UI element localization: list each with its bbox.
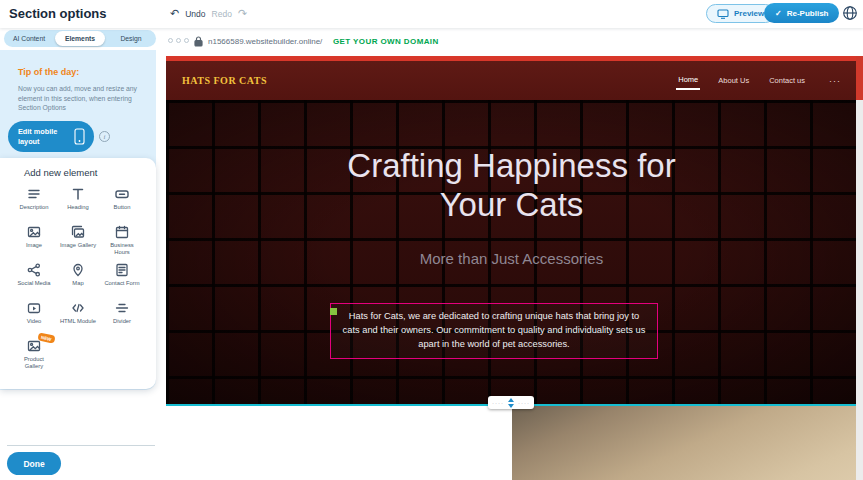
- nav-home[interactable]: Home: [676, 71, 700, 90]
- monitor-icon: [717, 9, 729, 19]
- heading-icon: [70, 186, 86, 202]
- element-product-gallery[interactable]: NEW Product Gallery: [12, 338, 56, 375]
- element-label: Business Hours: [103, 242, 141, 256]
- social-media-icon: [26, 262, 42, 278]
- element-label: Image: [26, 242, 42, 249]
- button-icon: [114, 186, 130, 202]
- window-dot: [168, 38, 173, 43]
- sidebar-divider: [7, 445, 155, 446]
- tip-title: Tip of the day:: [18, 67, 79, 77]
- redo-icon[interactable]: ↷: [238, 7, 247, 20]
- next-section-image: [512, 406, 863, 480]
- edit-mobile-layout-button[interactable]: Edit mobile layout: [8, 121, 94, 152]
- element-heading[interactable]: Heading: [56, 186, 100, 223]
- tab-elements[interactable]: Elements: [55, 31, 105, 46]
- element-social-media[interactable]: Social Media: [12, 262, 56, 299]
- element-label: Social Media: [17, 280, 50, 287]
- tip-body: Now you can add, move and resize any ele…: [18, 84, 146, 113]
- nav-contact-us[interactable]: Contact us: [767, 72, 807, 89]
- site-nav: Home About Us Contact us ···: [676, 71, 841, 90]
- grip-dots: ····: [518, 400, 530, 406]
- lock-icon: [194, 36, 203, 47]
- contact-form-icon: [114, 262, 130, 278]
- divider-icon: [114, 300, 130, 316]
- hero-section[interactable]: Crafting Happiness for Your Cats More th…: [166, 100, 857, 405]
- element-label: HTML Module: [60, 318, 96, 325]
- hero-heading-line2: Your Cats: [166, 185, 857, 224]
- republish-button[interactable]: ✓ Re-Publish: [764, 3, 839, 23]
- undo-button[interactable]: Undo: [185, 9, 205, 19]
- element-label: Contact Form: [104, 280, 139, 287]
- preview-scrollbar[interactable]: [856, 56, 863, 480]
- site-logo[interactable]: HATS FOR CATS: [182, 75, 267, 86]
- selected-text-element[interactable]: Hats for Cats, we are dedicated to craft…: [330, 303, 658, 359]
- scrollbar-thumb[interactable]: [856, 56, 863, 100]
- image-gallery-icon: [70, 224, 86, 240]
- hero-heading-line1: Crafting Happiness for: [166, 146, 857, 185]
- element-label: Video: [27, 318, 42, 325]
- redo-button[interactable]: Redo: [212, 9, 232, 19]
- edit-mobile-label: Edit mobile layout: [18, 127, 66, 145]
- image-icon: [26, 224, 42, 240]
- element-label: Product Gallery: [15, 356, 53, 370]
- element-image-gallery[interactable]: Image Gallery: [56, 224, 100, 261]
- business-hours-icon: [114, 224, 130, 240]
- nav-about-us[interactable]: About Us: [716, 72, 751, 89]
- sidebar-tabs: AI Content Elements Design: [4, 30, 156, 47]
- element-label: Description: [20, 204, 49, 211]
- topbar: Section options ↶ Undo Redo ↷ Preview ✓ …: [0, 0, 863, 28]
- url-text: n1566589.websitebuilder.online/: [208, 37, 322, 46]
- info-icon[interactable]: i: [99, 131, 110, 142]
- element-description[interactable]: Description: [12, 186, 56, 223]
- element-image[interactable]: Image: [12, 224, 56, 261]
- grip-dots: ····: [492, 400, 504, 406]
- hero-subtitle[interactable]: More than Just Accessories: [166, 250, 857, 267]
- undo-icon[interactable]: ↶: [170, 7, 179, 20]
- section-resize-handle[interactable]: ···· ····: [488, 396, 534, 409]
- element-video[interactable]: Video: [12, 300, 56, 337]
- element-button[interactable]: Button: [100, 186, 144, 223]
- description-icon: [26, 186, 42, 202]
- check-icon: ✓: [775, 9, 782, 18]
- window-dot: [176, 38, 181, 43]
- tab-ai-content[interactable]: AI Content: [4, 30, 54, 47]
- phone-icon: [74, 128, 85, 145]
- undo-redo-group: ↶ Undo Redo ↷: [170, 7, 247, 20]
- element-label: Button: [114, 204, 131, 211]
- tab-design[interactable]: Design: [106, 30, 156, 47]
- app-window: Section options ↶ Undo Redo ↷ Preview ✓ …: [0, 0, 863, 480]
- hero-heading[interactable]: Crafting Happiness for Your Cats: [166, 146, 857, 224]
- element-contact-form[interactable]: Contact Form: [100, 262, 144, 299]
- html-module-icon: [70, 300, 86, 316]
- drag-handle[interactable]: [330, 308, 337, 315]
- get-domain-link[interactable]: GET YOUR OWN DOMAIN: [333, 37, 439, 46]
- window-controls: [168, 38, 189, 43]
- preview-label: Preview: [734, 9, 764, 18]
- nav-more-icon[interactable]: ···: [829, 76, 841, 86]
- hero-body-text: Hats for Cats, we are dedicated to craft…: [343, 311, 646, 349]
- resize-arrows-icon: [508, 398, 514, 408]
- page-title: Section options: [9, 6, 107, 21]
- video-icon: [26, 300, 42, 316]
- add-element-title: Add new element: [24, 167, 97, 178]
- element-label: Image Gallery: [60, 242, 96, 249]
- add-element-panel: Add new element Description Heading Butt…: [0, 158, 156, 389]
- element-map[interactable]: Map: [56, 262, 100, 299]
- window-dot: [184, 38, 189, 43]
- element-label: Map: [72, 280, 83, 287]
- republish-label: Re-Publish: [787, 9, 829, 18]
- element-business-hours[interactable]: Business Hours: [100, 224, 144, 261]
- element-divider[interactable]: Divider: [100, 300, 144, 337]
- element-grid: Description Heading Button Image: [12, 186, 144, 375]
- element-label: Divider: [113, 318, 131, 325]
- done-button[interactable]: Done: [7, 452, 61, 475]
- map-icon: [70, 262, 86, 278]
- site-header[interactable]: HATS FOR CATS Home About Us Contact us ·…: [166, 61, 857, 100]
- element-label: Heading: [67, 204, 89, 211]
- globe-icon[interactable]: [842, 5, 858, 21]
- element-html-module[interactable]: HTML Module: [56, 300, 100, 337]
